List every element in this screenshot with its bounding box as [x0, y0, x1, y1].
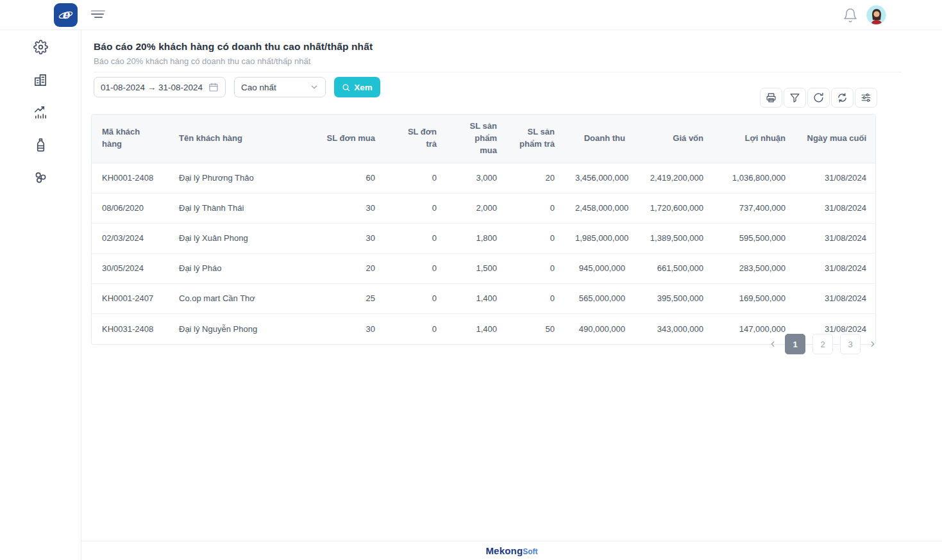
- table-row[interactable]: KH0001-2408Đại lý Phương Thảo6003,000203…: [92, 163, 876, 194]
- menu-toggle-icon[interactable]: [91, 10, 108, 21]
- table-cell: 0: [507, 254, 565, 284]
- table-cell: 31/08/2024: [796, 194, 876, 224]
- column-header: SL sản phẩm trả: [507, 115, 565, 163]
- table-cell: Đại lý Thành Thái: [169, 194, 302, 224]
- table-cell: KH0031-2408: [92, 314, 169, 344]
- column-header: SL sản phẩm mua: [447, 115, 507, 163]
- table-cell: 595,500,000: [714, 224, 796, 254]
- table-cell: 30/05/2024: [92, 254, 169, 284]
- notification-bell-icon[interactable]: [843, 7, 858, 24]
- page-button-2[interactable]: 2: [812, 334, 833, 354]
- table-cell: 25: [302, 284, 385, 314]
- table-cell: Đại lý Pháo: [169, 254, 302, 284]
- search-icon: [342, 83, 350, 92]
- page-button-3[interactable]: 3: [840, 334, 861, 354]
- sidebar-item-settings[interactable]: [33, 40, 49, 56]
- chevron-down-icon: [310, 83, 319, 92]
- table-cell: Co.op mart Cần Thơ: [169, 284, 302, 314]
- sidebar-item-network[interactable]: [33, 170, 49, 187]
- sort-select[interactable]: Cao nhất: [234, 77, 326, 97]
- calendar-icon: [208, 82, 219, 92]
- table-cell: 2,419,200,000: [635, 163, 714, 194]
- page-footer: MekongSoft: [81, 541, 942, 560]
- table-row[interactable]: KH0031-2408Đại lý Nguyễn Phong3001,40050…: [92, 314, 876, 344]
- table-cell: 0: [385, 194, 447, 224]
- table-cell: KH0001-2407: [92, 284, 169, 314]
- page-title: Báo cáo 20% khách hàng có doanh thu cao …: [94, 41, 942, 53]
- next-page-icon[interactable]: [868, 334, 878, 354]
- table-cell: 02/03/2024: [92, 224, 169, 254]
- bottle-icon: [33, 138, 48, 155]
- filter-button[interactable]: [784, 88, 806, 108]
- trend-chart-icon: [33, 105, 48, 122]
- reload-button[interactable]: [807, 88, 830, 108]
- table-cell: Đại lý Nguyễn Phong: [169, 314, 302, 344]
- view-button[interactable]: Xem: [334, 77, 380, 97]
- table-body: KH0001-2408Đại lý Phương Thảo6003,000203…: [92, 163, 876, 344]
- page-buttons: 123: [785, 334, 861, 354]
- column-settings-button[interactable]: [855, 88, 877, 108]
- print-button[interactable]: [760, 88, 782, 108]
- table-cell: 565,000,000: [565, 284, 635, 314]
- table-cell: 3,456,000,000: [565, 163, 635, 194]
- table-cell: 1,389,500,000: [635, 224, 714, 254]
- printer-icon: [766, 92, 777, 103]
- table-row[interactable]: 30/05/2024Đại lý Pháo2001,5000945,000,00…: [92, 254, 876, 284]
- table-cell: 1,400: [447, 314, 507, 344]
- table-header-row: Mã khách hàngTên khách hàngSL đơn muaSL …: [92, 115, 876, 163]
- table-cell: 490,000,000: [565, 314, 635, 344]
- sync-button[interactable]: [831, 88, 854, 108]
- table-cell: 20: [302, 254, 385, 284]
- column-header: Lợi nhuận: [714, 115, 796, 163]
- molecule-hub-icon: [33, 170, 48, 188]
- table-cell: 1,400: [447, 284, 507, 314]
- sort-select-value: Cao nhất: [241, 83, 310, 92]
- table-cell: 737,400,000: [714, 194, 796, 224]
- table-toolbar: [760, 88, 877, 108]
- table-cell: 1,036,800,000: [714, 163, 796, 194]
- header-divider: [94, 72, 902, 72]
- funnel-icon: [789, 92, 800, 103]
- table-cell: 1,985,000,000: [565, 224, 635, 254]
- date-range-value: 01-08-2024 → 31-08-2024: [101, 83, 203, 92]
- column-header: Mã khách hàng: [92, 115, 169, 163]
- table-cell: 31/08/2024: [796, 254, 876, 284]
- table-cell: 661,500,000: [635, 254, 714, 284]
- table-row[interactable]: 08/06/2020Đại lý Thành Thái3002,00002,45…: [92, 194, 876, 224]
- table-header: Mã khách hàngTên khách hàngSL đơn muaSL …: [92, 115, 876, 163]
- sync-icon: [837, 92, 848, 103]
- table-row[interactable]: KH0001-2407Co.op mart Cần Thơ2501,400056…: [92, 284, 876, 314]
- table-cell: 169,500,000: [714, 284, 796, 314]
- table-cell: 0: [385, 284, 447, 314]
- table-row[interactable]: 02/03/2024Đại lý Xuân Phong3001,80001,98…: [92, 224, 876, 254]
- topbar: e: [0, 0, 942, 30]
- table-cell: 0: [385, 224, 447, 254]
- gear-icon: [33, 40, 48, 57]
- page-button-1[interactable]: 1: [785, 334, 805, 354]
- column-header: Tên khách hàng: [169, 115, 302, 163]
- previous-page-icon[interactable]: [768, 334, 778, 354]
- page-subtitle: Báo cáo 20% khách hàng có doanh thu cao …: [94, 56, 942, 66]
- table-cell: 0: [385, 314, 447, 344]
- sidebar-item-products[interactable]: [33, 138, 49, 154]
- table-cell: 0: [385, 163, 447, 194]
- main-content: Báo cáo 20% khách hàng có doanh thu cao …: [81, 30, 942, 560]
- table-cell: 30: [302, 194, 385, 224]
- date-range-input[interactable]: 01-08-2024 → 31-08-2024: [94, 77, 226, 97]
- table-cell: 60: [302, 163, 385, 194]
- sidebar-item-statistics[interactable]: [33, 105, 49, 122]
- table-cell: 31/08/2024: [796, 224, 876, 254]
- reload-icon: [813, 92, 824, 103]
- sidebar-item-company[interactable]: [33, 72, 49, 89]
- table-cell: 945,000,000: [565, 254, 635, 284]
- table-cell: KH0001-2408: [92, 163, 169, 194]
- report-table: Mã khách hàngTên khách hàngSL đơn muaSL …: [91, 114, 876, 345]
- table-cell: 1,500: [447, 254, 507, 284]
- user-avatar[interactable]: [866, 5, 886, 25]
- app-logo[interactable]: e: [54, 3, 78, 27]
- table-cell: 2,000: [447, 194, 507, 224]
- table-cell: 395,500,000: [635, 284, 714, 314]
- column-header: SL đơn trả: [385, 115, 447, 163]
- sidebar-nav: [0, 40, 81, 187]
- column-header: SL đơn mua: [302, 115, 385, 163]
